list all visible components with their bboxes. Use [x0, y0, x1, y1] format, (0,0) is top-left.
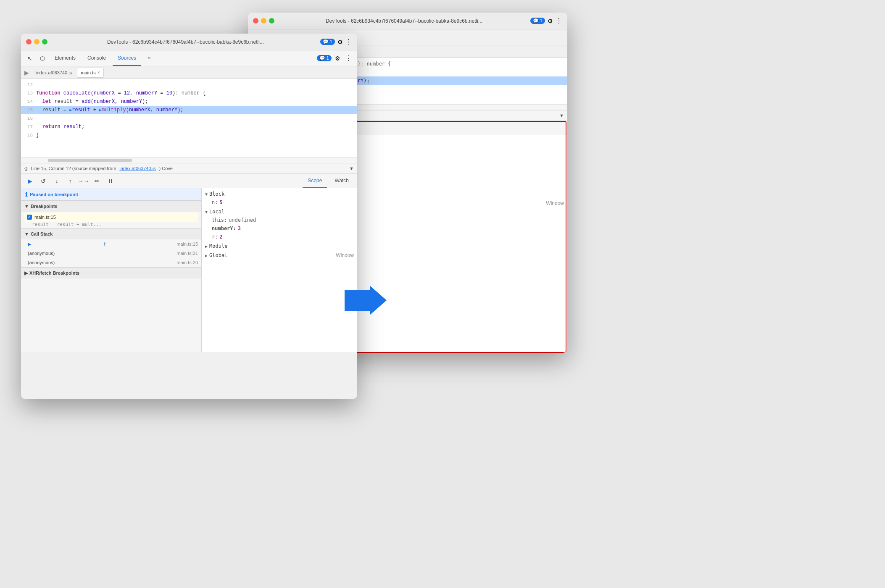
titlebar-main: DevTools - 62c6b934c4b7f676049af4b7--buc… [21, 34, 357, 50]
info-icon: ℹ [25, 191, 27, 198]
scope-item-n: n: 5 [202, 198, 357, 207]
debug-scope-tab[interactable]: Scope [303, 174, 327, 188]
xhr-label: XHR/fetch Breakpoints [29, 270, 79, 276]
step-into-button[interactable]: ↓ [51, 176, 62, 186]
more-icon-main[interactable]: ⋮ [345, 38, 352, 46]
callstack-item-f[interactable]: ▶ f main.ts:15 [21, 239, 201, 249]
scope-content-main: ▼ Block n: 5 ▼ Local [202, 188, 357, 352]
code-content-18: } [36, 132, 354, 138]
step-out-button[interactable]: ↑ [65, 176, 76, 186]
tab-console-main[interactable]: Console [82, 50, 111, 66]
callstack-line-f: main.ts:15 [176, 242, 198, 247]
paused-label: Paused on breakpoint [30, 192, 78, 197]
breakpoints-header[interactable]: ▼ Breakpoints [21, 201, 201, 212]
code-content-14: let result = add(numberX, numberY); [36, 99, 354, 105]
file-tab-js-main[interactable]: index.af063740.js [32, 68, 75, 78]
tab-sources-main[interactable]: Sources [113, 50, 141, 66]
tab-elements[interactable]: Elements [50, 50, 81, 66]
code-content-17: return result; [36, 124, 354, 130]
code-line-14: 14 let result = add(numberX, numberY); [21, 97, 357, 106]
scope-item-r: r: 2 [202, 233, 357, 241]
gear-icon-back[interactable]: ⚙ [548, 18, 553, 24]
notification-badge-inline: 💬 1 [317, 55, 332, 61]
step-over-button[interactable]: ↺ [38, 176, 49, 186]
notification-badge-main: 💬 1 [320, 39, 335, 45]
scope-panel-main: ▼ Block n: 5 ▼ Local [202, 188, 357, 352]
more-icon-inline[interactable]: ⋮ [344, 54, 354, 62]
scope-module-label-main: Module [209, 243, 227, 249]
notification-badge-back: 💬 1 [530, 18, 545, 24]
close-button-back[interactable] [253, 18, 258, 24]
deactivate-button[interactable]: ✏ [92, 176, 103, 186]
pause-button[interactable]: ⏸ [105, 176, 116, 186]
callstack-line-anon1: main.ts:21 [176, 251, 198, 256]
debug-watch-tab[interactable]: Watch [329, 174, 354, 188]
line-num-14: 14 [21, 99, 36, 104]
callstack-arrow-icon: ▶ [28, 242, 31, 247]
devtools-window-main: DevTools - 62c6b934c4b7f676049af4b7--buc… [21, 34, 357, 399]
collapse-icon-main[interactable]: ▼ [349, 166, 354, 171]
minimize-button-back[interactable] [261, 18, 266, 24]
curly-braces-icon[interactable]: {} [24, 166, 27, 171]
toolbar-main: ↖ ⬡ Elements Console Sources » 💬 1 ⚙ ⋮ [21, 50, 357, 66]
scrollbar-horiz-main[interactable] [21, 157, 357, 163]
minimize-button-main[interactable] [34, 39, 40, 45]
breakpoints-section: ▼ Breakpoints ✓ main.ts:15 result = resu… [21, 201, 201, 228]
step-button[interactable]: →→ [78, 176, 89, 186]
line-num-13: 13 [21, 91, 36, 96]
titlebar-back: DevTools - 62c6b934c4b7f676049af4b7--buc… [248, 13, 567, 29]
info-banner: ℹ Paused on breakpoint [21, 188, 201, 201]
file-tab-ts-main[interactable]: main.ts × [77, 68, 103, 78]
scope-val-this-main: undefined [229, 217, 256, 223]
breakpoints-triangle: ▼ [24, 204, 29, 209]
status-bar-main: {} Line 15, Column 12 (source mapped fro… [21, 163, 357, 174]
window-title-back: DevTools - 62c6b934c4b7f676049af4b7--buc… [281, 18, 527, 24]
callstack-item-anon2[interactable]: (anonymous) main.ts:20 [21, 258, 201, 267]
callstack-header[interactable]: ▼ Call Stack [21, 228, 201, 239]
callstack-name-f: f [104, 242, 105, 247]
resume-button[interactable]: ▶ [24, 176, 35, 186]
scope-global-header-main[interactable]: ▶ Global Window [202, 251, 357, 260]
scope-local-main: ▼ Local this: undefined numberY: 3 r: [202, 207, 357, 241]
scope-global-value-back: Window [546, 200, 564, 206]
bottom-panel-main: ℹ Paused on breakpoint ▼ Breakpoints ✓ m… [21, 188, 357, 352]
titlebar-icons-back: 💬 1 ⚙ ⋮ [530, 17, 562, 25]
gear-icon-main[interactable]: ⚙ [337, 39, 343, 45]
maximize-button-main[interactable] [42, 39, 47, 45]
cursor-icon[interactable]: ↖ [24, 53, 35, 64]
close-button-main[interactable] [26, 39, 32, 45]
blue-arrow [345, 286, 387, 315]
bp-item-row[interactable]: ✓ main.ts:15 [24, 213, 198, 222]
play-icon[interactable]: ▶ [24, 69, 29, 76]
callstack-name-anon1: (anonymous) [28, 251, 55, 256]
scope-local-header-main[interactable]: ▼ Local [202, 207, 357, 216]
window-title-main: DevTools - 62c6b934c4b7f676049af4b7--buc… [54, 39, 317, 45]
scope-key-numberY-main: numberY: [212, 226, 236, 231]
more-icon-back[interactable]: ⋮ [556, 17, 562, 25]
file-tab-close-main[interactable]: × [97, 70, 100, 75]
code-line-15: 15 result = ▶result + ▶multiply(numberX,… [21, 106, 357, 114]
scrollbar-thumb-main[interactable] [48, 159, 132, 162]
tab-more-main[interactable]: » [143, 50, 156, 66]
window-content-main: ↖ ⬡ Elements Console Sources » 💬 1 ⚙ ⋮ ▶… [21, 50, 357, 399]
titlebar-icons-main: 💬 1 ⚙ ⋮ [320, 38, 352, 46]
status-suffix-main: ) Cove [159, 166, 173, 171]
bp-checkbox[interactable]: ✓ [27, 215, 32, 220]
callstack-item-anon1[interactable]: (anonymous) main.ts:21 [21, 249, 201, 258]
scope-module-header-main[interactable]: ▶ Module [202, 242, 357, 250]
scope-val-numberY-main: 3 [238, 226, 241, 231]
scope-block-header-main[interactable]: ▼ Block [202, 190, 357, 198]
collapse-icon-back[interactable]: ▼ [559, 113, 564, 118]
line-num-16: 16 [21, 116, 36, 121]
file-tabs-main: ▶ index.af063740.js main.ts × [21, 66, 357, 79]
code-area-main: 12 13 function calculate(numberX = 12, n… [21, 79, 357, 157]
scope-key-this-main: this: [212, 217, 227, 223]
code-line-17: 17 return result; [21, 123, 357, 131]
status-link-main[interactable]: index.af063740.js [119, 166, 155, 171]
xhr-section-header[interactable]: ▶ XHR/fetch Breakpoints [21, 268, 201, 278]
inspect-icon[interactable]: ⬡ [37, 53, 48, 64]
maximize-button-back[interactable] [269, 18, 274, 24]
code-section-main: 12 13 function calculate(numberX = 12, n… [21, 79, 357, 163]
scope-module-main: ▶ Module [202, 242, 357, 250]
gear-icon-inline[interactable]: ⚙ [333, 55, 342, 62]
